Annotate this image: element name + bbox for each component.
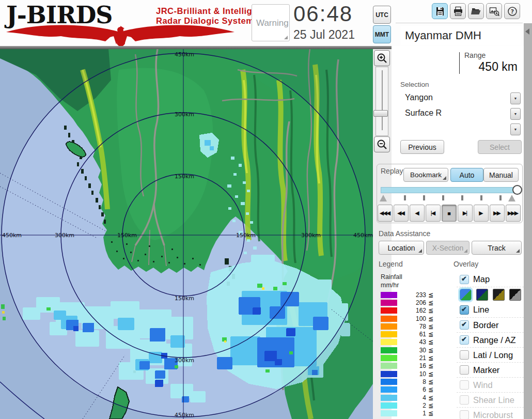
range-label-300km: 300km [175,111,194,118]
fast-rewind-button[interactable]: ◀◀ [394,205,409,222]
help-icon: ? [507,6,518,17]
zoom-slider-rail [382,70,383,130]
location-button[interactable]: Location [379,241,424,255]
range-box: Range 450 km [400,50,522,76]
range-label-150km: 150km [117,232,137,239]
play-reverse-button[interactable]: ◀ [410,205,425,222]
chevron-down-icon[interactable]: ▼ [510,108,521,120]
line-checkbox[interactable]: ✔ [460,305,469,315]
print-icon [453,6,463,17]
zoom-out-button[interactable] [374,136,390,152]
previous-button[interactable]: Previous [400,140,444,154]
map-label: Map [473,274,490,284]
step-back-button[interactable]: |◀ [426,205,441,222]
manual-mode-button[interactable]: Manual [483,168,519,182]
microburst-label: Microburst [473,410,513,419]
selection-dropdown-2[interactable]: Surface R▼ [400,107,522,121]
data-assistance-label: Data Assistance [379,229,430,238]
overlay-row-wind: Wind [457,377,524,392]
legend-operator: ≦ [428,378,433,385]
step-forward-button[interactable]: ▶| [458,205,473,222]
chevron-down-icon[interactable]: ▼ [510,123,521,135]
help-button[interactable]: ? [504,3,520,19]
legend-value: 4 [399,394,426,401]
app-window: J-BIRDS JRC-Brilliant & Intelligent Rada… [0,0,532,419]
legend-operator: ≦ [428,354,433,362]
wind-checkbox [460,380,469,390]
zoom-slider-track[interactable] [375,67,388,136]
jump-start-button[interactable]: ◀◀◀ [378,205,393,222]
fast-forward-button[interactable]: ▶▶ [490,205,505,222]
map-style-swatch-4[interactable] [509,289,521,301]
save-icon [435,6,445,17]
zoom-slider-handle[interactable] [373,110,388,117]
map-style-swatch-3[interactable] [493,289,505,301]
legend-color-swatch [381,331,397,337]
legend-color-swatch [381,339,397,345]
auto-mode-button[interactable]: Auto [450,168,483,182]
legend-row: 61≦ [381,330,445,338]
overlay-row-border: ✔Border [457,317,524,332]
select-button: Select [478,140,522,154]
legend-label: Legend [379,260,403,268]
legend-row: 1≦ [381,409,445,417]
selection-dropdown-3[interactable]: ▼ [400,122,522,136]
legend-operator: ≦ [428,347,433,354]
zoom-in-button[interactable] [374,50,390,66]
check-icon: ✔ [461,320,467,328]
legend-color-swatch [381,355,397,361]
legend-color-swatch [381,300,397,306]
bookmark-button[interactable]: Bookmark [403,168,448,182]
border-checkbox[interactable]: ✔ [460,320,469,330]
range-az-checkbox[interactable]: ✔ [460,335,469,345]
lati-long-checkbox[interactable] [460,350,469,360]
legend-value: 8 [399,378,426,385]
save-button[interactable] [432,3,448,19]
replay-slider-bar[interactable] [381,187,518,193]
selection-dropdown-1[interactable]: Yangon▼ [400,91,522,105]
play-button[interactable]: ▶ [474,205,489,222]
legend-color-swatch [381,395,397,401]
add-image-button[interactable] [486,3,502,19]
stop-button[interactable]: ■ [442,205,457,222]
legend-value: 78 [399,323,426,330]
range-divider [459,52,460,74]
shear-line-checkbox [460,395,469,405]
warning-button-label: Warning [256,18,289,28]
legend-operator: ≦ [428,315,433,322]
map-checkbox[interactable]: ✔ [460,275,469,284]
legend-color-swatch [381,402,397,409]
legend-row: 10≦ [381,370,445,378]
track-label: Track [488,244,505,252]
legend-operator: ≦ [428,394,433,401]
open-folder-button[interactable] [468,3,484,19]
location-label: Location [388,244,415,252]
map-style-swatch-2[interactable] [476,289,488,301]
slider-start-marker[interactable] [380,195,387,201]
track-button[interactable]: Track [472,241,522,255]
slider-end-marker[interactable] [508,195,515,201]
legend-operator: ≦ [428,402,433,409]
legend-color-swatch [381,323,397,330]
slider-tick [423,195,425,200]
map-style-swatch-1[interactable] [460,289,472,301]
legend-operator: ≦ [428,370,433,378]
print-button[interactable] [450,3,466,19]
timezone-mmt-button[interactable]: MMT [373,25,391,43]
marker-checkbox[interactable] [460,365,469,375]
legend-value: 6 [399,386,426,393]
timezone-utc-button[interactable]: UTC [373,6,391,24]
range-label-450km: 450km [175,412,194,418]
radar-map[interactable]: 450km300km150km150km300km450km450km300km… [0,49,373,419]
panel-collapse-strip[interactable] [524,23,532,419]
range-label-150km: 150km [236,232,256,239]
overlay-row-lati-long: Lati / Long [457,347,524,362]
jump-end-button[interactable]: ▶▶▶ [506,205,521,222]
legend-color-swatch [381,292,397,298]
replay-slider-handle[interactable] [512,185,522,195]
chevron-down-icon[interactable]: ▼ [510,92,521,104]
collapse-arrow-icon[interactable] [525,28,529,35]
warning-button[interactable]: Warning [252,4,290,41]
replay-label: Replay [381,167,403,175]
station-name: Myanmar DMH [405,29,481,42]
